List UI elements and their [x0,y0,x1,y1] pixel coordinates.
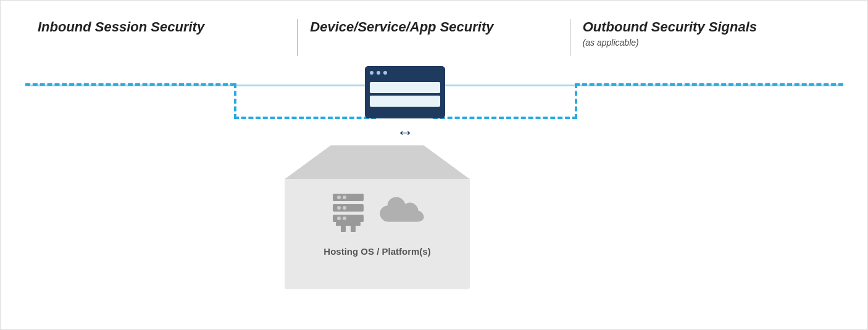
dot-1 [370,71,373,75]
dash-right-down [575,83,577,119]
building-box: Hosting OS / Platform(s) [285,178,470,289]
header-col-inbound: Inbound Session Security [25,19,298,35]
building-roof [285,145,470,179]
svg-rect-11 [351,226,356,232]
inbound-session-title: Inbound Session Security [38,19,285,35]
monitor-body [365,66,445,118]
header-row: Inbound Session Security Device/Service/… [1,1,867,47]
monitor-titlebar [365,66,445,80]
building-label: Hosting OS / Platform(s) [323,246,430,257]
dot-3 [383,71,387,75]
svg-point-7 [337,217,341,220]
svg-rect-10 [341,226,346,232]
svg-point-4 [337,206,341,210]
header-col-device: Device/Service/App Security [298,19,570,35]
cloud-icon [379,196,425,229]
dash-left-top [25,83,235,86]
diagram-area: ↔ [1,47,867,329]
diagram-container: Inbound Session Security Device/Service/… [0,0,868,330]
dash-left-down [234,83,236,119]
dash-right-top [575,83,843,86]
outbound-signals-subtitle: (as applicable) [583,38,830,47]
double-arrow-icon: ↔ [380,123,430,142]
dash-bottom-right [433,117,577,119]
svg-point-8 [343,217,346,220]
dot-2 [377,71,380,75]
server-stack-icon [330,191,367,234]
svg-point-5 [343,206,346,210]
building-wrapper: Hosting OS / Platform(s) [285,145,470,289]
icons-row [330,191,425,234]
device-service-title: Device/Service/App Security [310,19,557,35]
svg-point-1 [337,196,341,199]
dash-bottom-left [234,117,376,119]
monitor-screen-top [370,82,440,93]
monitor-icon [365,66,445,122]
outbound-signals-title: Outbound Security Signals [583,19,830,35]
svg-rect-9 [336,222,361,226]
header-col-outbound: Outbound Security Signals (as applicable… [570,19,843,47]
svg-point-2 [343,196,346,199]
monitor-screen-bottom [370,96,440,107]
